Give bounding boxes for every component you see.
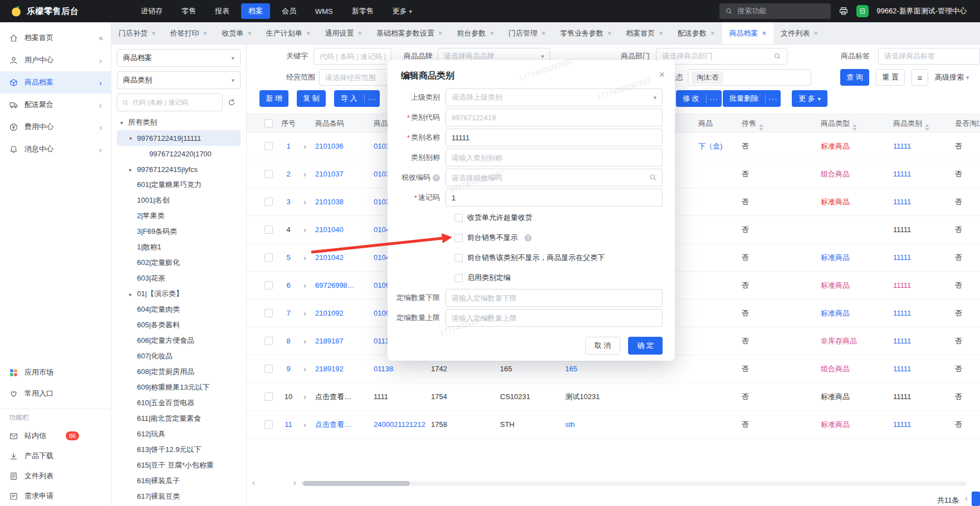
hscrollbar-thumb[interactable] [303, 481, 410, 486]
expand-icon[interactable]: › [303, 244, 306, 272]
search-icon[interactable] [649, 173, 657, 183]
tree-node-24[interactable]: 617|裸装豆类 [117, 489, 241, 504]
tree-node-20[interactable]: 612|玩具 [117, 426, 241, 442]
cell-name[interactable]: 下（盒) [698, 132, 722, 160]
tab-6[interactable]: 前台参数× [450, 22, 502, 45]
category-name-input[interactable] [445, 129, 663, 146]
close-icon[interactable]: × [659, 69, 665, 81]
tree-node-8[interactable]: 1|散称1 [117, 239, 241, 255]
menu-item-6[interactable]: 新零售 [345, 3, 381, 19]
sidebar-tool-2[interactable]: 文件列表 [0, 466, 111, 486]
cell-barcode[interactable]: 2189187 [315, 327, 344, 355]
tree-node-18[interactable]: 610|五金百货电器 [117, 395, 241, 411]
expand-icon[interactable]: › [303, 272, 306, 299]
tag-select[interactable]: 请选择商品标签 [878, 48, 980, 65]
cell-barcode[interactable]: 点击查看… [315, 411, 351, 439]
menu-item-4[interactable]: 会员 [275, 3, 303, 19]
expand-icon[interactable]: › [303, 411, 306, 439]
close-icon[interactable]: × [203, 29, 208, 37]
page-prev-icon[interactable]: ‹ [965, 493, 968, 503]
tree-node-21[interactable]: 613|饼干12.9元以下 [117, 442, 241, 458]
sidebar-tool-0[interactable]: 站内信86 [0, 426, 111, 446]
advanced-search-button[interactable]: 高级搜索 ▾ [935, 69, 969, 86]
close-icon[interactable]: × [357, 29, 362, 37]
row-checkbox[interactable] [264, 170, 273, 178]
row-checkbox[interactable] [264, 142, 273, 150]
tree-search-input[interactable] [133, 99, 207, 106]
tree-node-12[interactable]: 604|定量肉类 [117, 302, 241, 317]
menu-item-3[interactable]: 档案 [241, 3, 270, 19]
col-stop[interactable]: 停售 [742, 114, 763, 133]
sidebar-item-5[interactable]: 消息中心› [0, 138, 111, 160]
sort-icons[interactable] [852, 124, 857, 131]
front-hide-checkbox[interactable] [454, 234, 463, 242]
expand-icon[interactable]: › [303, 327, 306, 355]
expand-icon[interactable]: › [303, 299, 306, 327]
tree-node-5[interactable]: 1001|名创 [117, 193, 241, 208]
quota-min-input[interactable] [445, 289, 663, 307]
confirm-button[interactable]: 确 定 [628, 337, 663, 355]
quota-max-input[interactable] [445, 309, 663, 327]
cell-barcode[interactable]: 2101040 [315, 216, 344, 244]
tree-node-10[interactable]: 603|花茶 [117, 271, 241, 286]
cell-barcode[interactable]: 2101092 [315, 299, 344, 327]
menu-item-1[interactable]: 零售 [174, 3, 203, 19]
front-hide-show-parent-checkbox[interactable] [454, 254, 463, 262]
sort-icons[interactable] [759, 124, 763, 131]
caret-closed-icon[interactable]: ▸ [129, 166, 137, 173]
scroll-left-icon[interactable]: ‹ [252, 478, 255, 487]
over-receive-checkbox[interactable] [454, 214, 463, 222]
tab-2[interactable]: 收货单× [214, 22, 259, 45]
tree-node-3[interactable]: ▸99767122415|lyfcs [117, 161, 241, 177]
select-all-checkbox[interactable] [264, 119, 273, 127]
tree-node-6[interactable]: 2|苹果类 [117, 208, 241, 224]
cell-cat[interactable]: 11111 [893, 244, 911, 272]
row-checkbox[interactable] [264, 225, 273, 234]
sidebar-tool-1[interactable]: 产品下载 [0, 446, 111, 466]
row-checkbox[interactable] [264, 253, 273, 262]
caret-open-icon[interactable]: ▾ [129, 135, 137, 141]
reset-button[interactable]: 重 置 [876, 69, 905, 86]
expand-icon[interactable]: › [303, 383, 306, 411]
search-button[interactable]: 查 询 [840, 69, 869, 86]
cancel-button[interactable]: 取 消 [585, 337, 621, 355]
tree-node-19[interactable]: 611|南北货定量素食 [117, 411, 241, 426]
menu-item-0[interactable]: 进销存 [134, 3, 170, 19]
tree-node-16[interactable]: 608|定货厨房用品 [117, 364, 241, 380]
tree-node-15[interactable]: 607|化妆品 [117, 348, 241, 364]
col-obsolete[interactable]: 是否淘汰 [955, 114, 980, 133]
tree-node-13[interactable]: 605|各类酱料 [117, 317, 241, 333]
tab-8[interactable]: 零售业务参数× [553, 22, 619, 45]
expand-icon[interactable]: › [303, 160, 306, 188]
expand-icon[interactable]: › [303, 216, 306, 244]
batch-delete-button[interactable]: 批量删除 ··· [723, 90, 781, 107]
caret-open-icon[interactable]: ▾ [120, 120, 128, 126]
row-checkbox[interactable] [264, 420, 273, 429]
close-icon[interactable]: × [762, 29, 767, 37]
close-icon[interactable]: × [438, 29, 443, 37]
category-type-select[interactable]: 商品类别 ▾ [117, 71, 241, 89]
col-type[interactable]: 商品类型 [821, 114, 857, 133]
mnemonic-input[interactable] [445, 189, 663, 207]
cell-cat[interactable]: 11111 [893, 132, 911, 160]
cell-cat[interactable]: 11111 [893, 327, 911, 355]
sidebar-item-3[interactable]: 配送聚合› [0, 94, 111, 116]
sidebar-item-0[interactable]: 档案首页« [0, 27, 111, 49]
close-icon[interactable]: × [814, 29, 818, 37]
keyword-input[interactable] [313, 48, 391, 65]
cell-code[interactable]: 2400021121212 [374, 411, 425, 439]
tree-node-2[interactable]: 99767122420|1700 [117, 146, 241, 161]
tree-node-7[interactable]: 3|F69条码类 [117, 224, 241, 239]
column-settings-button[interactable]: ≡ [912, 69, 928, 86]
tab-4[interactable]: 通用设置× [317, 22, 369, 45]
cell-barcode[interactable]: 2101037 [315, 160, 344, 188]
modify-button[interactable]: 修 改 ··· [676, 90, 722, 107]
sidebar-item-2[interactable]: 商品档案› [0, 71, 111, 94]
tax-code-input[interactable] [445, 169, 663, 186]
module-select[interactable]: 商品档案 ▾ [117, 49, 241, 67]
sidebar-item-sec-1[interactable]: 常用入口 [0, 383, 111, 404]
tree-node-22[interactable]: 615|豆干 豆腐*小包称重 [117, 458, 241, 473]
close-icon[interactable]: × [541, 29, 546, 37]
copy-button[interactable]: 复 制 [297, 90, 326, 107]
sidebar-item-sec-0[interactable]: 应用市场 [0, 362, 111, 383]
